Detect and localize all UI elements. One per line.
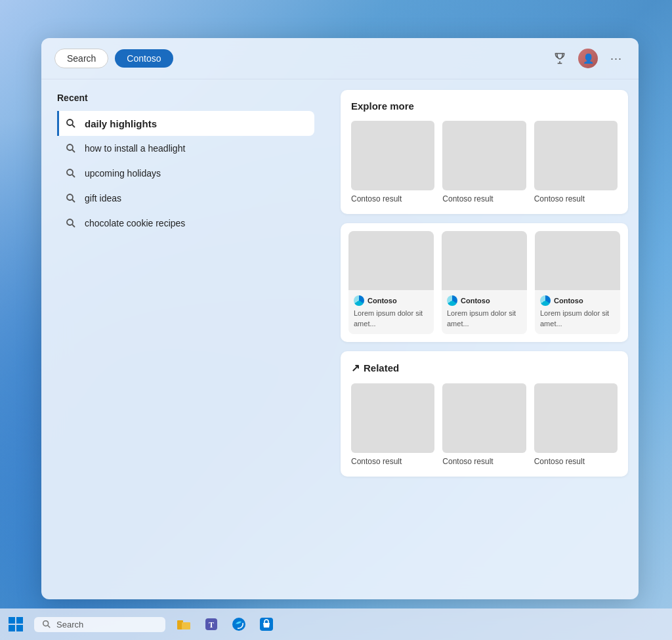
svg-point-6 bbox=[67, 194, 73, 200]
result-thumbnail bbox=[534, 383, 618, 453]
result-label: Contoso result bbox=[351, 457, 434, 466]
news-body: Contoso Lorem ipsum dolor sit amet... bbox=[535, 290, 620, 334]
result-thumbnail bbox=[442, 383, 526, 453]
recent-item-holidays[interactable]: upcoming holidays bbox=[57, 161, 314, 186]
search-icon bbox=[65, 192, 77, 204]
result-label: Contoso result bbox=[534, 194, 618, 203]
recent-item-text: how to install a headlight bbox=[85, 143, 185, 154]
svg-rect-11 bbox=[16, 617, 23, 624]
explore-result-1[interactable]: Contoso result bbox=[351, 121, 434, 203]
news-item-2[interactable]: Contoso Lorem ipsum dolor sit amet... bbox=[442, 231, 527, 334]
related-result-2[interactable]: Contoso result bbox=[442, 383, 526, 466]
related-result-3[interactable]: Contoso result bbox=[534, 383, 618, 466]
svg-rect-13 bbox=[16, 625, 23, 631]
taskbar-search[interactable]: Search bbox=[34, 617, 165, 632]
related-title-text: Related bbox=[364, 362, 399, 373]
result-thumbnail bbox=[442, 121, 526, 190]
result-thumbnail bbox=[351, 383, 434, 453]
recent-item-daily-highlights[interactable]: daily highlights bbox=[57, 111, 314, 136]
news-source: Contoso bbox=[354, 295, 429, 306]
news-grid: Contoso Lorem ipsum dolor sit amet... Co… bbox=[348, 231, 620, 334]
svg-line-9 bbox=[72, 224, 75, 227]
news-desc: Lorem ipsum dolor sit amet... bbox=[354, 309, 429, 329]
explore-more-title: Explore more bbox=[351, 100, 618, 112]
left-panel: Recent daily highlights bbox=[41, 79, 330, 599]
news-desc: Lorem ipsum dolor sit amet... bbox=[447, 309, 522, 329]
result-label: Contoso result bbox=[442, 194, 526, 203]
recent-item-text: gift ideas bbox=[85, 193, 121, 203]
svg-point-8 bbox=[67, 219, 73, 225]
search-icon bbox=[65, 217, 77, 229]
news-source-name: Contoso bbox=[554, 297, 583, 305]
news-item-1[interactable]: Contoso Lorem ipsum dolor sit amet... bbox=[348, 231, 434, 334]
svg-line-7 bbox=[72, 200, 75, 202]
svg-point-4 bbox=[67, 169, 73, 175]
news-source-name: Contoso bbox=[368, 297, 397, 305]
taskbar-search-text: Search bbox=[56, 620, 83, 629]
search-icon bbox=[65, 167, 77, 179]
taskbar: Search T bbox=[0, 608, 672, 640]
search-icon bbox=[65, 142, 77, 154]
taskbar-app-icons: T bbox=[172, 612, 278, 636]
taskbar-file-explorer[interactable] bbox=[172, 612, 196, 636]
recent-item-text: chocolate cookie recipes bbox=[85, 218, 185, 228]
recent-item-gift[interactable]: gift ideas bbox=[57, 186, 314, 211]
news-thumbnail bbox=[348, 231, 434, 290]
explore-results-grid: Contoso result Contoso result Contoso re… bbox=[351, 121, 618, 203]
contoso-icon bbox=[447, 295, 457, 306]
svg-line-3 bbox=[72, 150, 75, 152]
tab-contoso[interactable]: Contoso bbox=[115, 49, 173, 68]
result-label: Contoso result bbox=[351, 194, 434, 203]
result-label: Contoso result bbox=[534, 457, 618, 466]
svg-rect-10 bbox=[9, 617, 15, 624]
tab-search[interactable]: Search bbox=[54, 49, 108, 68]
header-icons: 👤 ··· bbox=[551, 49, 625, 68]
explore-result-3[interactable]: Contoso result bbox=[534, 121, 618, 203]
svg-rect-17 bbox=[182, 622, 190, 629]
more-options-icon[interactable]: ··· bbox=[607, 49, 625, 68]
taskbar-edge[interactable] bbox=[227, 612, 251, 636]
taskbar-store[interactable] bbox=[255, 612, 278, 636]
recent-item-text: daily highlights bbox=[85, 118, 157, 129]
related-card: ↗ Related Contoso result Contoso result … bbox=[341, 351, 628, 477]
svg-line-5 bbox=[72, 175, 75, 177]
related-title: ↗ Related bbox=[351, 362, 618, 374]
search-panel: Search Contoso 👤 ··· Recent bbox=[41, 38, 639, 599]
news-item-3[interactable]: Contoso Lorem ipsum dolor sit amet... bbox=[535, 231, 620, 334]
svg-point-2 bbox=[67, 144, 73, 150]
recent-item-cookies[interactable]: chocolate cookie recipes bbox=[57, 211, 314, 236]
contoso-icon bbox=[354, 295, 364, 306]
svg-rect-12 bbox=[9, 625, 15, 631]
news-thumbnail bbox=[442, 231, 527, 290]
trophy-icon[interactable] bbox=[551, 49, 569, 68]
svg-point-20 bbox=[232, 618, 245, 631]
svg-text:T: T bbox=[209, 620, 214, 629]
right-panel: Explore more Contoso result Contoso resu… bbox=[330, 79, 639, 599]
recent-item-headlight[interactable]: how to install a headlight bbox=[57, 136, 314, 161]
news-source: Contoso bbox=[540, 295, 615, 306]
news-thumbnail bbox=[535, 231, 620, 290]
news-source-name: Contoso bbox=[461, 297, 490, 305]
taskbar-search-icon bbox=[42, 620, 51, 629]
news-body: Contoso Lorem ipsum dolor sit amet... bbox=[442, 290, 527, 334]
svg-line-1 bbox=[72, 125, 75, 127]
svg-point-0 bbox=[67, 119, 73, 125]
related-results-grid: Contoso result Contoso result Contoso re… bbox=[351, 383, 618, 466]
result-thumbnail bbox=[351, 121, 434, 190]
svg-point-14 bbox=[43, 621, 49, 626]
taskbar-teams[interactable]: T bbox=[200, 612, 223, 636]
start-button[interactable] bbox=[0, 608, 32, 640]
header-bar: Search Contoso 👤 ··· bbox=[41, 38, 639, 79]
news-source: Contoso bbox=[447, 295, 522, 306]
trending-icon: ↗ bbox=[351, 362, 360, 374]
recent-label: Recent bbox=[57, 93, 314, 103]
svg-line-15 bbox=[48, 626, 51, 628]
body-area: Recent daily highlights bbox=[41, 79, 639, 599]
avatar[interactable]: 👤 bbox=[578, 49, 598, 68]
explore-result-2[interactable]: Contoso result bbox=[442, 121, 526, 203]
news-desc: Lorem ipsum dolor sit amet... bbox=[540, 309, 615, 329]
related-result-1[interactable]: Contoso result bbox=[351, 383, 434, 466]
news-card: Contoso Lorem ipsum dolor sit amet... Co… bbox=[341, 223, 628, 342]
explore-more-card: Explore more Contoso result Contoso resu… bbox=[341, 90, 628, 214]
recent-item-text: upcoming holidays bbox=[85, 168, 161, 179]
